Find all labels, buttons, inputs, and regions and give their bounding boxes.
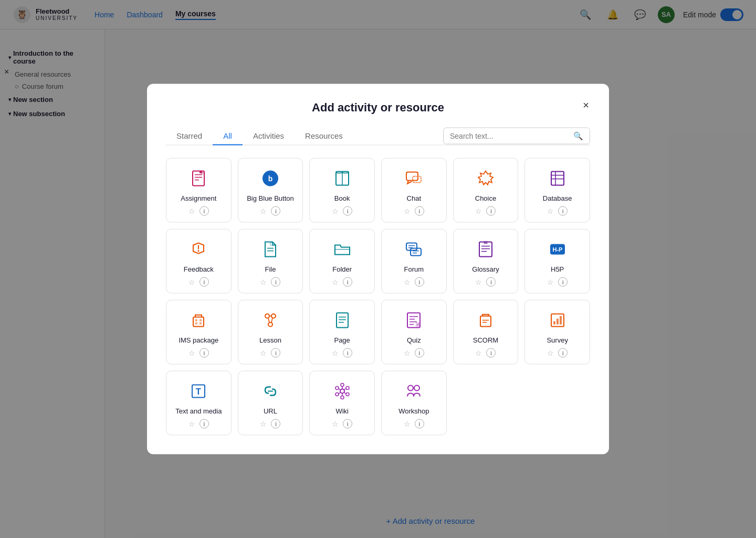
activity-card-survey[interactable]: Survey ☆ i: [524, 300, 590, 365]
forum-icon: [402, 238, 425, 261]
folder-actions: ☆ i: [332, 277, 352, 287]
tab-resources[interactable]: Resources: [295, 127, 353, 146]
search-input[interactable]: [450, 132, 569, 140]
activity-card-text[interactable]: T Text and media ☆ i: [166, 371, 232, 436]
activity-card-glossary[interactable]: AZ Glossary ☆ i: [453, 229, 519, 294]
text-info-button[interactable]: i: [200, 419, 209, 429]
glossary-star-button[interactable]: ☆: [475, 278, 482, 286]
glossary-info-button[interactable]: i: [486, 277, 496, 287]
modal-close-button[interactable]: ×: [578, 97, 594, 113]
survey-icon: [546, 309, 569, 332]
database-star-button[interactable]: ☆: [547, 207, 554, 215]
text-star-button[interactable]: ☆: [188, 420, 195, 428]
page-info-button[interactable]: i: [343, 348, 352, 358]
activity-card-quiz[interactable]: ✓ Quiz ☆ i: [381, 300, 447, 365]
h5p-icon: H-P: [546, 238, 569, 261]
book-info-button[interactable]: i: [343, 206, 352, 216]
tab-all[interactable]: All: [213, 127, 243, 146]
ims-star-button[interactable]: ☆: [188, 349, 195, 357]
svg-rect-49: [337, 313, 348, 328]
quiz-star-button[interactable]: ☆: [404, 349, 411, 357]
choice-label: Choice: [475, 194, 496, 202]
activity-card-database[interactable]: Database ☆ i: [524, 158, 590, 223]
activity-card-choice[interactable]: Choice ☆ i: [453, 158, 519, 223]
choice-star-button[interactable]: ☆: [475, 207, 482, 215]
file-info-button[interactable]: i: [271, 277, 280, 287]
choice-actions: ☆ i: [475, 206, 496, 216]
activity-card-feedback[interactable]: Feedback ☆ i: [166, 229, 232, 294]
activity-card-chat[interactable]: Chat ☆ i: [381, 158, 447, 223]
activity-card-ims[interactable]: IMS package ☆ i: [166, 300, 232, 365]
activity-grid: Assignment ☆ i b Big Blue Button ☆ i Boo…: [166, 158, 590, 436]
svg-point-75: [335, 393, 339, 396]
file-label: File: [265, 265, 276, 273]
tab-starred[interactable]: Starred: [166, 127, 213, 146]
lesson-star-button[interactable]: ☆: [260, 349, 267, 357]
book-star-button[interactable]: ☆: [332, 207, 339, 215]
scorm-star-button[interactable]: ☆: [475, 349, 482, 357]
page-star-button[interactable]: ☆: [332, 349, 339, 357]
svg-point-84: [414, 386, 419, 391]
activity-card-page[interactable]: Page ☆ i: [309, 300, 375, 365]
quiz-info-button[interactable]: i: [415, 348, 424, 358]
feedback-info-button[interactable]: i: [200, 277, 209, 287]
lesson-label: Lesson: [259, 336, 281, 344]
database-info-button[interactable]: i: [558, 206, 568, 216]
lesson-icon: [259, 309, 282, 332]
wiki-info-button[interactable]: i: [343, 419, 352, 429]
activity-card-forum[interactable]: Forum ☆ i: [381, 229, 447, 294]
wiki-icon: [331, 380, 354, 403]
wiki-label: Wiki: [335, 407, 349, 415]
h5p-star-button[interactable]: ☆: [547, 278, 554, 286]
ims-info-button[interactable]: i: [200, 348, 209, 358]
svg-line-82: [339, 389, 341, 390]
folder-info-button[interactable]: i: [343, 277, 352, 287]
activity-card-book[interactable]: Book ☆ i: [309, 158, 375, 223]
svg-rect-24: [406, 243, 417, 251]
book-actions: ☆ i: [332, 206, 352, 216]
activity-card-folder[interactable]: Folder ☆ i: [309, 229, 375, 294]
url-info-button[interactable]: i: [271, 419, 280, 429]
workshop-star-button[interactable]: ☆: [404, 420, 411, 428]
forum-info-button[interactable]: i: [415, 277, 424, 287]
forum-star-button[interactable]: ☆: [404, 278, 411, 286]
activity-card-bigblue[interactable]: b Big Blue Button ☆ i: [238, 158, 303, 223]
bigblue-star-button[interactable]: ☆: [260, 207, 267, 215]
tab-activities[interactable]: Activities: [243, 127, 295, 146]
feedback-star-button[interactable]: ☆: [188, 278, 195, 286]
activity-card-file[interactable]: File ☆ i: [238, 229, 303, 294]
assignment-star-button[interactable]: ☆: [188, 207, 195, 215]
survey-star-button[interactable]: ☆: [547, 349, 554, 357]
file-star-button[interactable]: ☆: [260, 278, 267, 286]
wiki-star-button[interactable]: ☆: [332, 420, 339, 428]
activity-card-scorm[interactable]: SCORM ☆ i: [453, 300, 519, 365]
chat-info-button[interactable]: i: [415, 206, 424, 216]
activity-card-lesson[interactable]: Lesson ☆ i: [238, 300, 303, 365]
lesson-info-button[interactable]: i: [271, 348, 280, 358]
tabs-search-row: Starred All Activities Resources 🔍: [166, 127, 590, 146]
scorm-info-button[interactable]: i: [486, 348, 496, 358]
glossary-icon: AZ: [474, 238, 497, 261]
activity-card-url[interactable]: URL ☆ i: [238, 371, 303, 436]
folder-icon: [331, 238, 354, 261]
h5p-info-button[interactable]: i: [558, 277, 568, 287]
svg-text:AZ: AZ: [484, 241, 488, 244]
file-icon: [259, 238, 282, 261]
choice-info-button[interactable]: i: [486, 206, 496, 216]
chat-star-button[interactable]: ☆: [404, 207, 411, 215]
activity-card-workshop[interactable]: Workshop ☆ i: [381, 371, 447, 436]
bigblue-info-button[interactable]: i: [271, 206, 280, 216]
add-activity-modal: Add activity or resource × Starred All A…: [147, 84, 609, 454]
survey-info-button[interactable]: i: [558, 348, 568, 358]
activity-card-wiki[interactable]: Wiki ☆ i: [309, 371, 375, 436]
activity-card-h5p[interactable]: H-P H5P ☆ i: [524, 229, 590, 294]
url-star-button[interactable]: ☆: [260, 420, 267, 428]
svg-point-17: [198, 250, 200, 252]
ims-actions: ☆ i: [188, 348, 209, 358]
svg-point-72: [346, 387, 349, 390]
workshop-info-button[interactable]: i: [415, 419, 424, 429]
quiz-actions: ☆ i: [404, 348, 424, 358]
activity-card-assignment[interactable]: Assignment ☆ i: [166, 158, 232, 223]
assignment-info-button[interactable]: i: [200, 206, 209, 216]
folder-star-button[interactable]: ☆: [332, 278, 339, 286]
